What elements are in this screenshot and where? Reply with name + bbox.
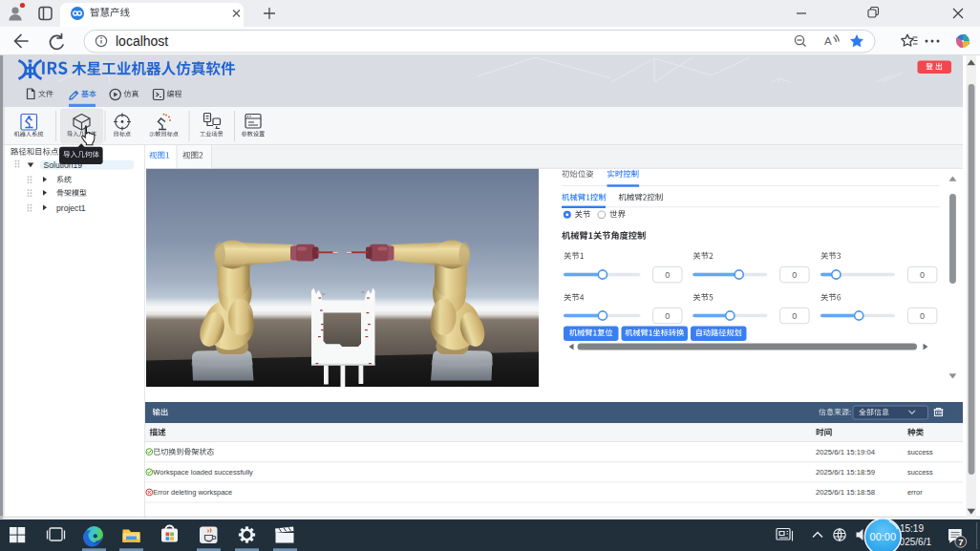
svg-text:error: error: [907, 488, 923, 497]
svg-text:success: success: [907, 468, 933, 477]
svg-text:localhost: localhost: [116, 33, 168, 49]
svg-text:0: 0: [792, 270, 797, 280]
svg-text:00:00: 00:00: [870, 531, 897, 542]
svg-text:2025/6/1 15:18:59: 2025/6/1 15:18:59: [816, 468, 875, 477]
svg-text:2025/6/1 15:19:04: 2025/6/1 15:19:04: [816, 448, 876, 456]
svg-text:0: 0: [920, 311, 925, 321]
svg-text:0: 0: [665, 311, 670, 321]
svg-text:A: A: [824, 35, 832, 47]
svg-text:Workspace loaded successfully: Workspace loaded successfully: [153, 468, 253, 477]
svg-text:0: 0: [665, 270, 670, 280]
svg-text:15:19: 15:19: [900, 523, 924, 534]
svg-text:success: success: [907, 448, 933, 456]
svg-text:0: 0: [920, 270, 925, 280]
svg-text:2025/6/1 15:18:58: 2025/6/1 15:18:58: [816, 488, 875, 497]
svg-text:7: 7: [958, 537, 963, 547]
svg-text:0: 0: [792, 311, 797, 321]
svg-text:project1: project1: [56, 203, 86, 213]
svg-text:Error deleting workspace: Error deleting workspace: [153, 488, 232, 497]
